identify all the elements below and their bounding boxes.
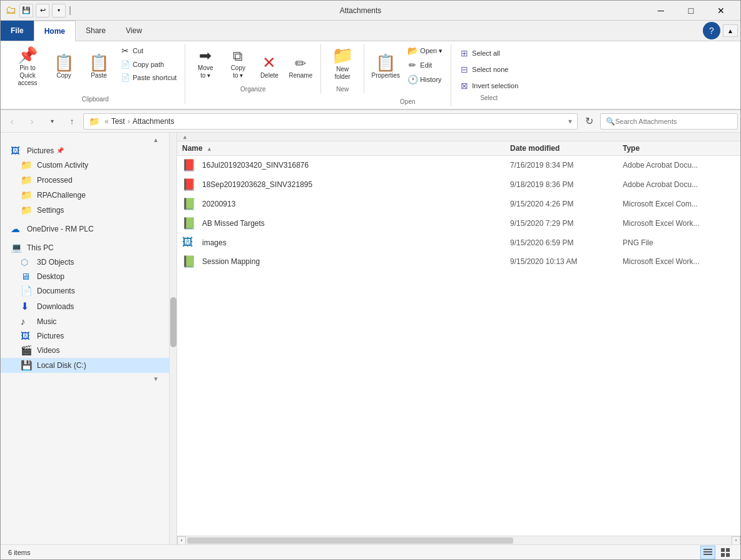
copy-icon: 📋	[54, 54, 74, 71]
sidebar-item-pictures-top[interactable]: 🖼 Pictures 📌	[1, 143, 169, 158]
properties-btn[interactable]: 📋 Properties	[369, 44, 402, 81]
quick-dropdown-btn[interactable]: ▾	[52, 4, 66, 18]
edit-btn[interactable]: ✏ Edit	[404, 58, 446, 72]
sidebar-item-local-disk[interactable]: 💾 Local Disk (C:)	[1, 358, 169, 373]
pin-icon: 📌	[18, 47, 38, 63]
sidebar-item-music[interactable]: ♪ Music	[1, 314, 169, 328]
back-btn[interactable]: ‹	[3, 113, 21, 130]
copy-path-btn[interactable]: 📄 Copy path	[117, 58, 180, 71]
sidebar-item-videos[interactable]: 🎬 Videos	[1, 343, 169, 358]
open-items: 📋 Properties 📂 Open ▾ ✏ Edit 🕐	[369, 44, 446, 106]
svg-rect-5	[721, 553, 725, 557]
hscroll-right-btn[interactable]: ›	[732, 536, 740, 545]
paste-btn[interactable]: 📋 Paste	[83, 44, 115, 81]
refresh-btn[interactable]: ↻	[580, 113, 598, 130]
col-header-type[interactable]: Type	[623, 144, 735, 153]
copy-to-btn[interactable]: ⧉ Copyto ▾	[223, 44, 253, 81]
status-bar: 6 items	[1, 544, 740, 559]
file-row-1[interactable]: 📕 16Jul2019203420_SINV316876 7/16/2019 8…	[177, 156, 740, 175]
move-to-btn[interactable]: ➡ Moveto ▾	[190, 44, 220, 81]
sidebar-label-this-pc: This PC	[27, 243, 54, 252]
open-btn[interactable]: 📂 Open ▾	[404, 44, 446, 58]
sidebar-scrollbar-thumb[interactable]	[170, 297, 176, 347]
help-btn[interactable]: ?	[703, 22, 720, 39]
pdf-icon-2: 📕	[182, 178, 197, 191]
new-folder-btn[interactable]: 📁 Newfolder	[326, 44, 359, 83]
select-none-btn[interactable]: ⊟ Select none	[456, 63, 521, 76]
file-date-3: 9/15/2020 4:26 PM	[510, 200, 623, 208]
clipboard-items: 📌 Pin to Quickaccess 📋 Copy 📋 Paste	[11, 44, 180, 104]
file-row-6[interactable]: 📗 Session Mapping 9/15/2020 10:13 AM Mic…	[177, 252, 740, 272]
sidebar-item-settings[interactable]: 📁 Settings	[1, 203, 169, 218]
sidebar-item-downloads[interactable]: ⬇ Downloads	[1, 298, 169, 314]
address-bar[interactable]: 📁 « Test › Attachments ▾	[83, 113, 578, 130]
file-row-3[interactable]: 📗 20200913 9/15/2020 4:26 PM Microsoft E…	[177, 195, 740, 214]
maximize-btn[interactable]: □	[677, 1, 705, 21]
file-row-5[interactable]: 🖼 images 9/15/2020 6:59 PM PNG File	[177, 233, 740, 252]
quick-save-btn[interactable]: 💾	[19, 4, 33, 18]
edit-icon: ✏	[407, 60, 417, 70]
tab-view[interactable]: View	[116, 21, 152, 41]
copy-btn[interactable]: 📋 Copy	[47, 44, 81, 81]
file-row-4[interactable]: 📗 AB Missed Targets 9/15/2020 7:29 PM Mi…	[177, 214, 740, 233]
sidebar-item-documents[interactable]: 📄 Documents	[1, 283, 169, 298]
tab-file[interactable]: File	[1, 21, 34, 41]
up-btn[interactable]: ↑	[63, 113, 81, 130]
music-icon: ♪	[21, 316, 33, 327]
sidebar-label-videos: Videos	[37, 346, 59, 355]
sidebar-item-desktop[interactable]: 🖥 Desktop	[1, 269, 169, 283]
sidebar-item-rpa-challenge[interactable]: 📁 RPAChallenge	[1, 188, 169, 203]
file-row-2[interactable]: 📕 18Sep2019203628_SINV321895 9/18/2019 8…	[177, 175, 740, 195]
hscroll-left-btn[interactable]: ‹	[177, 536, 186, 545]
pin-quick-access-btn[interactable]: 📌 Pin to Quickaccess	[11, 44, 44, 89]
file-name-5: images	[202, 238, 510, 247]
delete-btn[interactable]: ✕ Delete	[255, 44, 283, 81]
paste-shortcut-btn[interactable]: 📄 Paste shortcut	[117, 71, 180, 84]
quick-undo-btn[interactable]: ↩	[36, 4, 49, 18]
history-btn[interactable]: 🕐 History	[404, 73, 446, 86]
view-details-icon	[703, 547, 713, 557]
cut-btn[interactable]: ✂ Cut	[117, 44, 180, 58]
file-date-6: 9/15/2020 10:13 AM	[510, 257, 623, 266]
item-count: 6 items	[8, 549, 30, 556]
invert-selection-btn[interactable]: ⊠ Invert selection	[456, 79, 521, 93]
col-header-name[interactable]: Name ▲	[182, 144, 510, 153]
view-large-icons-btn[interactable]	[718, 546, 733, 559]
sidebar-item-pictures-pc[interactable]: 🖼 Pictures	[1, 328, 169, 343]
file-area: ▲ Name ▲ Date modified Type 📕 1	[177, 133, 740, 544]
hscroll-thumb[interactable]	[187, 537, 513, 544]
tab-home[interactable]: Home	[34, 21, 76, 41]
address-dropdown-icon[interactable]: ▾	[568, 117, 572, 126]
address-folder-icon: 📁	[89, 116, 100, 126]
view-details-btn[interactable]	[700, 546, 715, 559]
forward-btn[interactable]: ›	[23, 113, 41, 130]
svg-rect-1	[703, 551, 712, 552]
close-btn[interactable]: ✕	[707, 1, 735, 21]
collapse-sidebar-btn[interactable]: ▲	[182, 134, 188, 140]
tab-share[interactable]: Share	[76, 21, 116, 41]
rename-btn[interactable]: ✏ Rename	[285, 44, 315, 81]
ribbon-expand-btn[interactable]: ▲	[723, 24, 738, 37]
search-input[interactable]	[615, 118, 732, 125]
sidebar-item-processed[interactable]: 📁 Processed	[1, 173, 169, 188]
hscroll-track[interactable]	[187, 537, 730, 544]
file-type-5: PNG File	[623, 238, 735, 247]
sidebar-scroll-down[interactable]: ▼	[153, 375, 159, 382]
properties-icon: 📋	[376, 54, 396, 71]
minimize-btn[interactable]: ─	[646, 1, 675, 21]
file-date-1: 7/16/2019 8:34 PM	[510, 161, 623, 170]
select-all-btn[interactable]: ⊞ Select all	[456, 46, 521, 60]
desktop-icon: 🖥	[21, 271, 33, 282]
sidebar-item-onedrive[interactable]: ☁ OneDrive - RM PLC	[1, 221, 169, 237]
sidebar-item-custom-activity[interactable]: 📁 Custom Activity	[1, 158, 169, 173]
sidebar-item-this-pc[interactable]: 💻 This PC	[1, 240, 169, 255]
sidebar-scroll-up[interactable]: ▲	[153, 136, 159, 143]
clipboard-small-btns: ✂ Cut 📄 Copy path 📄 Paste shortcut	[117, 44, 180, 94]
breadcrumb-test: Test	[111, 117, 125, 126]
sidebar-item-3d-objects[interactable]: ⬡ 3D Objects	[1, 255, 169, 269]
ribbon-content: 📌 Pin to Quickaccess 📋 Copy 📋 Paste	[1, 41, 740, 110]
ribbon-group-open: 📋 Properties 📂 Open ▾ ✏ Edit 🕐	[364, 44, 451, 106]
col-header-date[interactable]: Date modified	[510, 144, 623, 153]
rpa-challenge-icon: 📁	[21, 190, 33, 201]
recent-btn[interactable]: ▾	[43, 113, 61, 130]
